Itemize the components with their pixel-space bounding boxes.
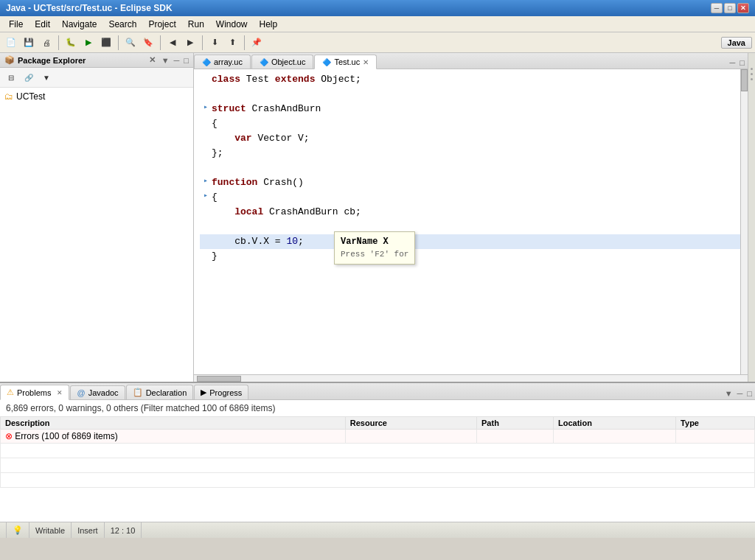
bookmark-btn[interactable]: 🔖 [140,35,156,51]
col-location[interactable]: Location [554,417,676,430]
project-icon: 🗂 [4,91,13,102]
maximize-button[interactable]: □ [724,3,736,13]
menu-help[interactable]: Help [254,18,284,31]
code-line-4: { [200,116,748,131]
error-resource [345,430,476,444]
bottom-menu-btn[interactable]: ▼ [725,389,733,398]
prev-error-btn[interactable]: ⬆ [224,35,240,51]
grip-dot-1 [751,68,753,70]
next-error-btn[interactable]: ⬇ [206,35,223,51]
editor-min-btn[interactable]: ─ [730,58,736,67]
tab-javadoc[interactable]: @ Javadoc [70,385,125,399]
code-line-9: ▸ { [200,190,748,205]
col-path[interactable]: Path [477,417,554,430]
minimize-button[interactable]: ─ [711,3,723,13]
sidebar: 📦 Package Explorer ✕ ▼ ─ □ ⊟ 🔗 ▼ 🗂 UCTes… [0,53,194,382]
code-line-11 [200,220,748,234]
menu-window[interactable]: Window [210,18,254,31]
sidebar-maximize[interactable]: □ [184,56,189,65]
editor-area: 🔷 array.uc 🔷 Object.uc 🔷 Test.uc ✕ ─ □ c… [194,53,748,382]
menu-search[interactable]: Search [102,18,142,31]
fold-function[interactable]: ▸ [203,175,208,186]
close-button[interactable]: ✕ [737,3,749,13]
title-text: Java - UCTest/src/Test.uc - Eclipse SDK [6,3,173,13]
tab-problems[interactable]: ⚠ Problems ✕ [0,385,69,400]
problems-table: Description Resource Path Location Type … [0,416,755,488]
toolbar-sep-5 [244,35,245,50]
code-line-13: } [200,249,748,264]
code-line-6: }; [200,146,748,161]
bottom-tab-controls: ▼ ─ □ [722,388,755,399]
tab-object-uc[interactable]: 🔷 Object.uc [251,55,313,69]
new-button[interactable]: 📄 [3,35,19,51]
code-line-12: cb.V.X = 10; [200,234,748,249]
sidebar-content: 🗂 UCTest [0,88,193,382]
sidebar-title: Package Explorer [18,56,86,65]
status-bar: 💡 Writable Insert 12 : 10 [0,522,755,538]
code-line-1: class Test extends Object; [200,72,748,87]
back-btn[interactable]: ◀ [164,35,181,51]
code-line-3: ▸ struct CrashAndBurn [200,102,748,116]
tab-progress[interactable]: ▶ Progress [194,385,248,399]
editor-tab-controls: ─ □ [727,57,748,69]
tab-array-uc[interactable]: 🔷 array.uc [194,55,251,69]
tab-test-icon: 🔷 [322,58,331,66]
editor-max-btn[interactable]: □ [740,58,745,67]
print-button[interactable]: 🖨 [38,35,55,51]
bottom-max-btn[interactable]: □ [747,389,752,398]
save-button[interactable]: 💾 [21,35,37,51]
forward-btn[interactable]: ▶ [182,35,198,51]
tab-test-close[interactable]: ✕ [363,58,369,66]
code-editor[interactable]: class Test extends Object; ▸ struct Cras… [194,69,748,374]
toolbar: 📄 💾 🖨 🐛 ▶ ⬛ 🔍 🔖 ◀ ▶ ⬇ ⬆ 📌 Java [0,32,755,53]
tab-test-label: Test.uc [334,57,360,66]
toolbar-sep-1 [58,35,59,50]
error-location [554,430,676,444]
menu-run[interactable]: Run [182,18,210,31]
col-resource[interactable]: Resource [345,417,476,430]
toolbar-sep-4 [202,35,203,50]
stop-button[interactable]: ⬛ [98,35,114,51]
popup-hint: Press 'F2' for [341,248,408,261]
fold-struct[interactable]: ▸ [203,102,208,113]
sidebar-collapse-all[interactable]: ⊟ [3,69,19,85]
tab-array-label: array.uc [214,57,243,66]
menu-edit[interactable]: Edit [29,18,56,31]
problems-close[interactable]: ✕ [57,389,63,396]
editor-h-scrollbar[interactable] [194,374,748,382]
grip-dot-2 [751,73,753,75]
tab-test-uc[interactable]: 🔷 Test.uc ✕ [314,55,377,69]
bottom-min-btn[interactable]: ─ [737,389,743,398]
sidebar-link-editor[interactable]: 🔗 [21,69,37,85]
sidebar-minimize[interactable]: ─ [174,56,180,65]
editor-scrollbar[interactable] [740,69,748,374]
menu-file[interactable]: File [3,18,29,31]
h-scrollbar-thumb[interactable] [197,376,241,382]
hover-popup: VarName X Press 'F2' for [334,231,415,265]
error-description: Errors (100 of 6869 items) [15,431,117,441]
menu-bar: File Edit Navigate Search Project Run Wi… [0,16,755,32]
menu-project[interactable]: Project [142,18,181,31]
sidebar-icon: 📦 [4,55,15,65]
fold-brace[interactable]: ▸ [203,190,208,201]
sidebar-close[interactable]: ✕ [149,55,156,65]
bottom-panel: ⚠ Problems ✕ @ Javadoc 📋 Declaration ▶ P… [0,382,755,522]
scrollbar-thumb[interactable] [741,69,748,91]
debug-button[interactable]: 🐛 [63,35,79,51]
code-line-8: ▸ function Crash() [200,175,748,190]
sidebar-menu[interactable]: ▼ [161,56,170,65]
project-label: UCTest [16,91,45,102]
col-type[interactable]: Type [676,417,755,430]
search-btn[interactable]: 🔍 [122,35,139,51]
tab-declaration[interactable]: 📋 Declaration [126,385,194,399]
pin-btn[interactable]: 📌 [248,35,265,51]
declaration-icon: 📋 [133,388,143,397]
tree-item-uctest[interactable]: 🗂 UCTest [3,91,190,102]
col-description[interactable]: Description [1,417,346,430]
java-perspective-label[interactable]: Java [721,37,752,49]
menu-navigate[interactable]: Navigate [56,18,102,31]
javadoc-label: Javadoc [88,388,119,397]
bottom-tabs: ⚠ Problems ✕ @ Javadoc 📋 Declaration ▶ P… [0,383,755,400]
sidebar-menu-btn[interactable]: ▼ [38,69,55,85]
run-button[interactable]: ▶ [80,35,97,51]
